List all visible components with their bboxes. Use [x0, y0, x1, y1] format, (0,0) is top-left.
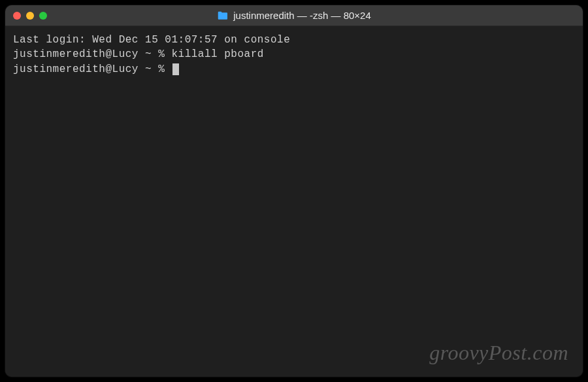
close-icon[interactable] — [13, 12, 21, 20]
terminal-body[interactable]: Last login: Wed Dec 15 01:07:57 on conso… — [5, 26, 583, 377]
maximize-icon[interactable] — [39, 12, 47, 20]
window-title-container: justinmeredith — -zsh — 80×24 — [217, 10, 371, 21]
cursor-block — [172, 63, 179, 75]
command-text: killall pboard — [171, 48, 263, 60]
terminal-line: justinmeredith@Lucy ~ % — [13, 62, 575, 77]
titlebar[interactable]: justinmeredith — -zsh — 80×24 — [5, 5, 583, 26]
traffic-lights — [13, 12, 47, 20]
prompt: justinmeredith@Lucy ~ % — [13, 63, 171, 75]
minimize-icon[interactable] — [26, 12, 34, 20]
terminal-window: justinmeredith — -zsh — 80×24 Last login… — [5, 5, 583, 377]
terminal-line: justinmeredith@Lucy ~ % killall pboard — [13, 47, 575, 61]
window-title: justinmeredith — -zsh — 80×24 — [233, 10, 371, 21]
last-login-line: Last login: Wed Dec 15 01:07:57 on conso… — [13, 33, 575, 47]
folder-icon — [217, 11, 228, 20]
watermark: groovyPost.com — [429, 341, 568, 365]
prompt: justinmeredith@Lucy ~ % — [13, 48, 171, 60]
